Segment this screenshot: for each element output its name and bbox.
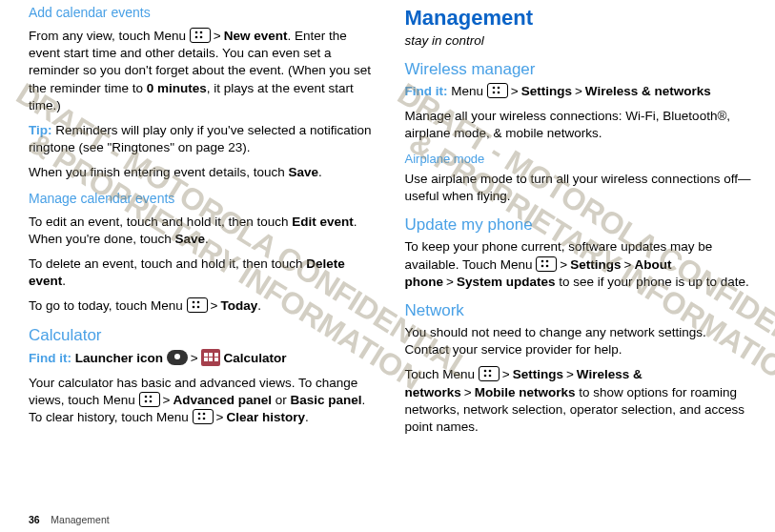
menu-icon (190, 28, 211, 43)
para-update: To keep your phone current, software upd… (405, 238, 753, 291)
svg-point-10 (144, 400, 147, 403)
para-delete-event: To delete an event, touch and hold it, t… (29, 256, 377, 290)
findit-calculator: Find it: Launcher icon > Calculator (29, 349, 377, 367)
svg-point-0 (195, 31, 198, 34)
calculator-icon (201, 349, 220, 366)
svg-point-25 (488, 370, 491, 373)
menu-icon (139, 392, 160, 407)
svg-point-16 (492, 87, 495, 90)
svg-point-9 (149, 396, 152, 399)
svg-point-26 (483, 375, 486, 378)
para-edit-event: To edit an event, touch and hold it, the… (29, 214, 377, 248)
svg-point-12 (197, 413, 200, 416)
para-new-event: From any view, touch Menu >New event. En… (29, 28, 377, 114)
menu-icon (479, 366, 500, 381)
findit-wireless: Find it: Menu >Settings>Wireless & netwo… (405, 83, 753, 100)
svg-point-7 (196, 306, 199, 309)
heading-management: Management (405, 4, 753, 32)
heading-update: Update my phone (405, 215, 753, 236)
heading-airplane: Airplane mode (405, 151, 753, 168)
svg-point-5 (196, 301, 199, 304)
menu-icon (487, 83, 508, 98)
para-airplane: Use airplane mode to turn all your wirel… (405, 171, 753, 205)
svg-point-1 (200, 31, 203, 34)
heading-manage-calendar: Manage calendar events (29, 190, 377, 208)
svg-point-24 (483, 370, 486, 373)
left-column: Add calendar events From any view, touch… (29, 0, 377, 443)
heading-calculator: Calculator (29, 325, 377, 347)
heading-wireless-manager: Wireless manager (405, 59, 753, 81)
svg-point-14 (197, 418, 200, 420)
para-save: When you finish entering event details, … (29, 164, 377, 181)
svg-point-2 (195, 36, 198, 39)
page-footer: 36 Management (29, 513, 110, 526)
svg-point-15 (202, 418, 205, 420)
launcher-icon (167, 350, 188, 365)
menu-icon (193, 409, 214, 424)
heading-add-calendar: Add calendar events (29, 4, 377, 22)
svg-point-4 (192, 301, 194, 304)
svg-point-3 (200, 36, 203, 39)
svg-point-8 (144, 396, 147, 399)
svg-point-18 (492, 92, 495, 94)
svg-point-6 (192, 306, 194, 309)
right-column: Management stay in control Wireless mana… (405, 0, 753, 443)
svg-point-11 (149, 400, 152, 403)
para-today: To go to today, touch Menu >Today. (29, 297, 377, 315)
menu-icon (536, 256, 557, 272)
para-network2: Touch Menu >Settings>Wireless & networks… (405, 366, 753, 436)
svg-point-23 (546, 264, 549, 267)
svg-point-13 (202, 413, 205, 416)
svg-point-20 (541, 259, 544, 262)
menu-icon (187, 297, 208, 313)
para-calc-views: Your calculator has basic and advanced v… (29, 375, 377, 427)
svg-point-21 (546, 259, 549, 262)
svg-point-19 (497, 92, 500, 94)
subtitle: stay in control (405, 32, 753, 50)
tip-reminder: Tip: Reminders will play only if you've … (29, 122, 377, 156)
heading-network: Network (405, 300, 753, 322)
para-network1: You should not need to change any networ… (405, 324, 753, 358)
svg-point-22 (541, 264, 544, 267)
svg-point-27 (488, 375, 491, 378)
para-wireless-desc: Manage all your wireless connections: Wi… (405, 108, 753, 142)
svg-point-17 (497, 87, 500, 90)
